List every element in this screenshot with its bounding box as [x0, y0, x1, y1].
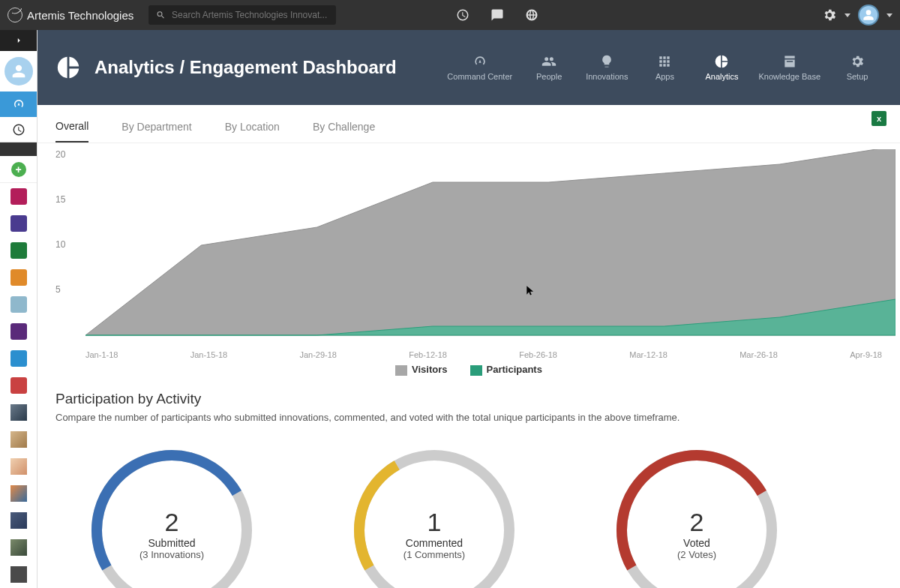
chart-legend: Visitors Participants: [56, 364, 882, 376]
strip-chip-6[interactable]: [10, 323, 27, 340]
gear-icon[interactable]: [822, 8, 837, 22]
strip-divider: [0, 142, 37, 156]
strip-recent[interactable]: [0, 117, 37, 142]
y-axis: 20 15 10 5: [56, 149, 82, 344]
strip-thumb-7[interactable]: [10, 566, 27, 583]
participation-ring: 1Commented(1 Comments): [348, 444, 520, 556]
chat-icon[interactable]: [490, 8, 504, 22]
left-strip: +: [0, 30, 38, 588]
page-header: Analytics / Engagement Dashboard Command…: [38, 30, 900, 105]
participation-ring: 2Voted(2 Votes): [610, 444, 783, 556]
strip-chip-5[interactable]: [10, 296, 27, 313]
clock-icon[interactable]: [456, 8, 470, 22]
strip-thumb-5[interactable]: [10, 512, 27, 529]
nav-knowledge-base[interactable]: Knowledge Base: [758, 54, 820, 81]
strip-chip-8[interactable]: [10, 377, 27, 394]
nav-analytics[interactable]: Analytics: [701, 54, 742, 81]
nav-people[interactable]: People: [529, 54, 569, 81]
strip-thumb-1[interactable]: [10, 404, 27, 421]
strip-thumb-3[interactable]: [10, 458, 27, 475]
engagement-chart: 20 15 10 5 Jan-1-18 Jan-15-18 Jan-29-18 …: [38, 143, 900, 383]
strip-chip-7[interactable]: [10, 350, 27, 367]
legend-visitors: Visitors: [395, 364, 447, 376]
settings-caret-icon[interactable]: [844, 14, 850, 17]
topbar-right: [822, 4, 892, 26]
nav-command-center[interactable]: Command Center: [447, 54, 512, 81]
plus-icon: +: [11, 162, 26, 177]
nav-apps[interactable]: Apps: [644, 54, 685, 81]
user-avatar[interactable]: [858, 4, 879, 26]
strip-expand[interactable]: [0, 30, 37, 51]
globe-icon[interactable]: [525, 8, 538, 22]
brand-logo-icon: [8, 8, 22, 22]
search-icon: [156, 10, 166, 20]
participation-desc: Compare the number of participants who s…: [56, 412, 882, 423]
page-title: Analytics / Engagement Dashboard: [94, 57, 397, 78]
x-axis: Jan-1-18 Jan-15-18 Jan-29-18 Feb-12-18 F…: [86, 350, 882, 359]
tab-by-challenge[interactable]: By Challenge: [313, 112, 375, 142]
scope-tabs: Overall By Department By Location By Cha…: [38, 105, 900, 143]
nav-innovations[interactable]: Innovations: [586, 54, 628, 81]
strip-thumb-4[interactable]: [10, 485, 27, 502]
participation-section: Participation by Activity Compare the nu…: [38, 383, 900, 564]
export-excel-button[interactable]: x: [872, 111, 886, 126]
tab-overall[interactable]: Overall: [56, 111, 88, 142]
tab-by-department[interactable]: By Department: [122, 112, 191, 142]
strip-chip-4[interactable]: [10, 269, 27, 286]
main: Analytics / Engagement Dashboard Command…: [38, 30, 900, 588]
brand-name: Artemis Technologies: [27, 9, 134, 22]
nav-setup[interactable]: Setup: [837, 54, 878, 81]
strip-thumb-6[interactable]: [10, 539, 27, 556]
legend-participants: Participants: [470, 364, 542, 376]
strip-dashboard[interactable]: [0, 92, 37, 117]
analytics-icon: [56, 55, 81, 80]
user-caret-icon[interactable]: [886, 14, 892, 17]
strip-chip-1[interactable]: [10, 188, 27, 205]
header-nav: Command Center People Innovations Apps A…: [447, 54, 878, 81]
strip-add[interactable]: +: [0, 156, 37, 183]
strip-thumb-2[interactable]: [10, 431, 27, 448]
strip-chip-2[interactable]: [10, 215, 27, 232]
brand[interactable]: Artemis Technologies: [8, 8, 134, 22]
participation-ring: 2Submitted(3 Innovations): [86, 444, 258, 556]
participation-rings: 2Submitted(3 Innovations)1Commented(1 Co…: [56, 444, 882, 556]
tab-by-location[interactable]: By Location: [225, 112, 280, 142]
search-input[interactable]: [172, 10, 328, 20]
strip-user-avatar[interactable]: [4, 57, 33, 86]
search-box[interactable]: [148, 5, 336, 25]
topbar: Artemis Technologies: [0, 0, 900, 30]
participation-title: Participation by Activity: [56, 391, 882, 407]
top-icons: [456, 8, 538, 22]
strip-chip-3[interactable]: [10, 242, 27, 259]
area-chart-svg: [86, 149, 896, 344]
